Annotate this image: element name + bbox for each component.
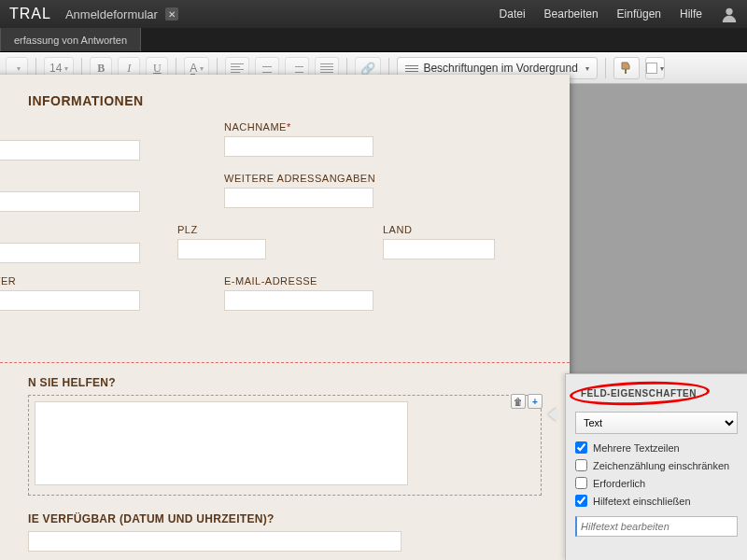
tabbar: erfassung von Antworten — [0, 28, 747, 52]
lastname-label: NACHNAME* — [224, 121, 374, 133]
address2-label: WEITERE ADRESSANGABEN — [224, 173, 375, 184]
country-label: LAND — [383, 224, 495, 235]
document-title: Anmeldeformular — [65, 7, 158, 21]
email-label: E-MAIL-ADRESSE — [224, 275, 374, 287]
lastname-input[interactable] — [224, 136, 374, 157]
svg-rect-1 — [625, 69, 627, 74]
firstname-input[interactable] — [0, 140, 140, 161]
multiline-checkbox-row[interactable]: Mehrere Textzeilen — [575, 441, 738, 454]
helptext-input[interactable] — [575, 516, 738, 537]
helptext-checkbox[interactable] — [575, 495, 587, 507]
multiline-checkbox[interactable] — [575, 441, 587, 454]
form-canvas: INFORMATIONEN NACHNAME* WEITERE ADRESSAN… — [0, 75, 570, 560]
question1-label: N SIE HELFEN? — [28, 376, 542, 389]
tab-responses[interactable]: erfassung von Antworten — [0, 28, 141, 51]
titlebar: TRAL Anmeldeformular ✕ Datei Bearbeiten … — [0, 0, 747, 28]
address2-input[interactable] — [224, 188, 374, 208]
main-menu: Datei Bearbeiten Einfügen Hilfe — [500, 7, 702, 21]
who-label: WER — [0, 275, 140, 287]
charlimit-checkbox[interactable] — [575, 459, 587, 471]
section-heading: INFORMATIONEN — [28, 93, 542, 108]
delete-field-icon[interactable]: 🗑 — [511, 394, 526, 409]
required-checkbox[interactable] — [575, 477, 587, 489]
color-swatch-button[interactable]: ▾ — [645, 57, 665, 79]
selected-field-frame[interactable]: 🗑 + — [28, 395, 542, 496]
country-input[interactable] — [383, 239, 495, 259]
email-input[interactable] — [224, 290, 374, 311]
close-document-icon[interactable]: ✕ — [165, 7, 178, 21]
required-checkbox-row[interactable]: Erforderlich — [575, 477, 738, 489]
menu-file[interactable]: Datei — [500, 7, 526, 21]
question2-input[interactable] — [28, 531, 402, 552]
highlight-ring-icon — [570, 379, 711, 407]
format-painter-button[interactable] — [613, 57, 640, 79]
helptext-checkbox-row[interactable]: Hilfetext einschließen — [575, 495, 738, 507]
panel-connector-icon — [548, 407, 557, 422]
panel-title: FELD-EIGENSCHAFTEN — [575, 386, 702, 400]
menu-edit[interactable]: Bearbeiten — [544, 7, 599, 21]
charlimit-checkbox-row[interactable]: Zeichenzählung einschränken — [575, 459, 738, 471]
question1-textarea[interactable] — [35, 401, 408, 485]
menu-insert[interactable]: Einfügen — [617, 7, 661, 21]
field-type-select[interactable]: Text — [575, 412, 738, 434]
question2-label: IE VERFÜGBAR (DATUM UND UHRZEITEN)? — [28, 512, 542, 525]
zip-label: PLZ — [177, 224, 266, 235]
section-divider — [0, 362, 570, 363]
add-field-icon[interactable]: + — [528, 394, 543, 409]
address-input[interactable] — [0, 191, 140, 212]
zip-input[interactable] — [177, 239, 266, 259]
user-icon[interactable] — [721, 6, 738, 22]
caption-mode-label: Beschriftungen im Vordergrund — [423, 62, 577, 75]
workspace: INFORMATIONEN NACHNAME* WEITERE ADRESSAN… — [0, 84, 747, 560]
svg-point-0 — [726, 8, 732, 15]
field-properties-panel: FELD-EIGENSCHAFTEN Text Mehrere Textzeil… — [565, 373, 747, 560]
who-input[interactable] — [0, 290, 140, 311]
brand: TRAL — [9, 6, 51, 22]
city-input[interactable] — [0, 243, 140, 263]
menu-help[interactable]: Hilfe — [680, 7, 702, 21]
